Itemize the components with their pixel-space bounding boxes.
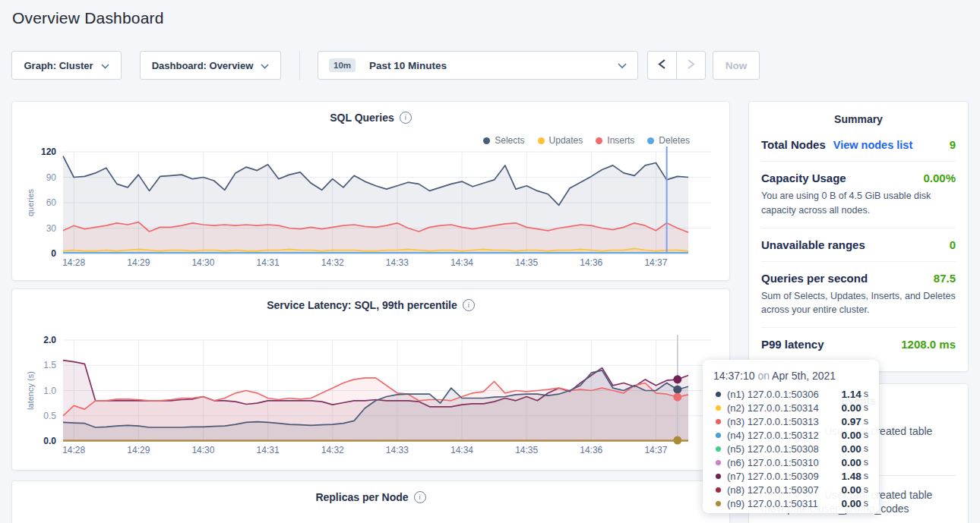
svg-text:120: 120 xyxy=(41,147,56,157)
summary-row-capacity: Capacity Usage 0.00% You are using 0 B o… xyxy=(761,161,956,228)
p99-latency-value: 1208.0 ms xyxy=(901,338,956,351)
unavailable-ranges-value: 0 xyxy=(950,238,956,251)
total-nodes-label: Total Nodes xyxy=(761,138,826,151)
svg-text:0.0: 0.0 xyxy=(43,436,56,446)
svg-text:14:35: 14:35 xyxy=(515,257,538,268)
svg-text:90: 90 xyxy=(46,172,57,183)
node-color-dot-icon xyxy=(716,419,721,424)
svg-text:14:31: 14:31 xyxy=(257,445,280,455)
chevron-down-icon xyxy=(261,60,269,71)
svg-text:14:35: 14:35 xyxy=(515,445,538,455)
summary-row-p99: P99 latency 1208.0 ms xyxy=(761,327,956,361)
svg-text:60: 60 xyxy=(46,197,57,208)
tooltip-node-row: (n5) 127.0.0.1:503080.00s xyxy=(713,442,868,455)
time-range-dropdown[interactable]: 10m Past 10 Minutes xyxy=(318,51,638,80)
svg-text:14:36: 14:36 xyxy=(580,445,602,455)
graph-scope-label: Graph: Cluster xyxy=(24,60,93,71)
node-color-dot-icon xyxy=(716,405,721,411)
svg-text:14:33: 14:33 xyxy=(386,257,409,268)
toolbar-divider xyxy=(299,51,300,80)
p99-latency-label: P99 latency xyxy=(761,338,824,351)
page-title: Overview Dashboard xyxy=(12,9,164,27)
svg-text:14:30: 14:30 xyxy=(191,445,214,455)
svg-text:latency (s): latency (s) xyxy=(26,371,35,410)
tooltip-node-row: (n8) 127.0.0.1:503070.00s xyxy=(713,483,868,496)
svg-text:14:32: 14:32 xyxy=(321,257,344,268)
svg-text:2.0: 2.0 xyxy=(43,335,56,345)
view-nodes-list-link[interactable]: View nodes list xyxy=(833,139,913,151)
svg-text:14:37: 14:37 xyxy=(644,445,667,455)
svg-text:0.5: 0.5 xyxy=(43,411,56,421)
summary-row-total-nodes: Total Nodes View nodes list 9 xyxy=(761,132,956,161)
chart-hover-tooltip: 14:37:10 on Apr 5th, 2021 (n1) 127.0.0.1… xyxy=(703,360,879,513)
node-color-dot-icon xyxy=(716,501,721,506)
node-color-dot-icon xyxy=(716,474,721,479)
tooltip-timestamp: 14:37:10 on Apr 5th, 2021 xyxy=(713,370,868,382)
node-color-dot-icon xyxy=(716,487,721,493)
chevron-left-icon xyxy=(658,58,666,73)
svg-text:14:33: 14:33 xyxy=(386,445,409,455)
unavailable-ranges-label: Unavailable ranges xyxy=(761,238,865,251)
svg-text:14:29: 14:29 xyxy=(127,445,150,455)
now-button-label: Now xyxy=(726,60,748,71)
node-color-dot-icon xyxy=(716,433,721,438)
time-range-badge: 10m xyxy=(329,58,356,72)
replicas-per-node-title: Replicas per Nodei xyxy=(12,490,729,503)
svg-text:14:34: 14:34 xyxy=(450,257,473,268)
svg-text:14:34: 14:34 xyxy=(450,445,473,455)
dashboard-dropdown[interactable]: Dashboard: Overview xyxy=(140,51,281,80)
tooltip-node-row: (n6) 127.0.0.1:503100.00s xyxy=(713,455,868,469)
svg-text:14:37: 14:37 xyxy=(644,257,667,268)
svg-text:0: 0 xyxy=(51,248,56,259)
svg-text:14:28: 14:28 xyxy=(62,257,85,268)
time-prev-button[interactable] xyxy=(647,51,677,80)
total-nodes-value: 9 xyxy=(950,138,956,151)
chevron-down-icon xyxy=(618,60,627,71)
chevron-right-icon xyxy=(687,58,695,73)
summary-panel: Summary Total Nodes View nodes list 9 Ca… xyxy=(748,101,969,372)
qps-desc: Sum of Selects, Updates, Inserts, and De… xyxy=(761,289,956,318)
summary-title: Summary xyxy=(749,102,968,132)
svg-text:14:32: 14:32 xyxy=(321,445,344,455)
time-next-button[interactable] xyxy=(676,51,706,80)
summary-row-qps: Queries per second 87.5 Sum of Selects, … xyxy=(761,261,956,328)
capacity-usage-desc: You are using 0 B of 4.5 GiB usable disk… xyxy=(761,189,956,218)
overview-dashboard-page: Overview Dashboard Graph: Cluster Dashbo… xyxy=(0,0,980,523)
capacity-usage-label: Capacity Usage xyxy=(761,172,846,184)
graph-scope-dropdown[interactable]: Graph: Cluster xyxy=(11,51,122,80)
svg-text:queries: queries xyxy=(26,188,35,216)
info-icon[interactable]: i xyxy=(414,491,426,503)
capacity-usage-value: 0.00% xyxy=(923,172,956,184)
time-nav-group xyxy=(647,51,706,80)
chevron-down-icon xyxy=(101,60,109,71)
node-color-dot-icon xyxy=(716,460,721,465)
summary-row-unavailable: Unavailable ranges 0 xyxy=(761,228,956,261)
svg-text:14:29: 14:29 xyxy=(127,257,150,268)
qps-value: 87.5 xyxy=(934,272,956,285)
svg-text:14:36: 14:36 xyxy=(580,257,602,268)
service-latency-card: Service Latency: SQL, 99th percentilei 0… xyxy=(11,288,730,471)
tooltip-node-row: (n7) 127.0.0.1:503091.48s xyxy=(713,469,868,483)
now-button[interactable]: Now xyxy=(713,51,760,80)
time-range-label: Past 10 Minutes xyxy=(369,60,447,71)
qps-label: Queries per second xyxy=(761,272,868,285)
svg-text:14:28: 14:28 xyxy=(62,445,85,455)
sql-queries-chart[interactable]: 030609012014:2814:2914:3014:3114:3214:33… xyxy=(12,102,731,282)
svg-text:1.0: 1.0 xyxy=(43,386,56,396)
service-latency-chart[interactable]: 0.00.51.01.52.014:2814:2914:3014:3114:32… xyxy=(12,289,731,471)
svg-text:30: 30 xyxy=(46,223,57,234)
svg-text:1.5: 1.5 xyxy=(43,360,56,370)
dashboard-label: Dashboard: Overview xyxy=(152,60,254,71)
svg-text:14:31: 14:31 xyxy=(257,257,280,268)
sql-queries-card: SQL Queriesi SelectsUpdatesInsertsDelete… xyxy=(11,101,730,281)
tooltip-node-row: (n1) 127.0.0.1:503061.14s xyxy=(713,387,868,401)
replicas-per-node-card: Replicas per Nodei xyxy=(11,480,730,523)
tooltip-node-row: (n9) 127.0.0.1:503110.00s xyxy=(713,496,868,510)
tooltip-node-row: (n4) 127.0.0.1:503120.00s xyxy=(713,428,868,442)
tooltip-node-row: (n2) 127.0.0.1:503140.00s xyxy=(713,401,868,414)
svg-text:14:30: 14:30 xyxy=(191,257,214,268)
node-color-dot-icon xyxy=(716,392,721,397)
node-color-dot-icon xyxy=(716,446,721,452)
tooltip-node-row: (n3) 127.0.0.1:503130.97s xyxy=(713,414,868,428)
